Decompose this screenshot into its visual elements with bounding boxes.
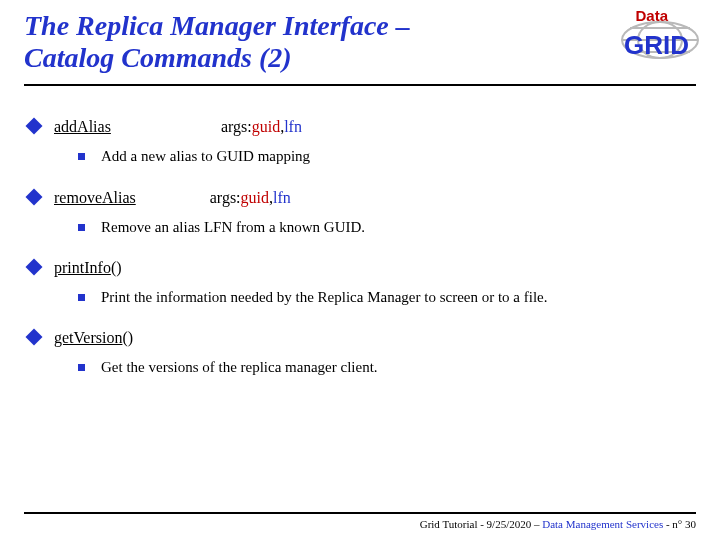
bullet-square-icon [78,153,85,160]
cmd-name: addAlias [54,118,111,136]
item-desc: Remove an alias LFN from a known GUID. [101,217,661,237]
datagrid-logo-svg: Data GRID [602,8,702,60]
item-head: addAlias args: guid, lfn [28,114,692,136]
cmd-suffix: () [122,329,133,347]
arg-guid: guid [241,189,269,207]
cmd-suffix: () [111,259,122,277]
item-desc-row: Remove an alias LFN from a known GUID. [78,217,692,237]
bullet-diamond-icon [26,329,43,346]
footer-dms: Data Management Services [542,518,663,530]
bullet-square-icon [78,294,85,301]
cmd-name: removeAlias [54,189,136,207]
bullet-square-icon [78,364,85,371]
item-desc: Print the information needed by the Repl… [101,287,661,307]
bullet-diamond-icon [26,188,43,205]
arg-lfn: lfn [273,189,291,207]
body: addAlias args: guid, lfn Add a new alias… [0,86,720,377]
item-head: removeAlias args: guid, lfn [28,185,692,207]
item-desc-row: Add a new alias to GUID mapping [78,146,692,166]
footer-tail: - n° 30 [663,518,696,530]
item-head: getVersion() [28,325,692,347]
slide-title-line1: The Replica Manager Interface – [24,10,696,42]
footer: Grid Tutorial - 9/25/2020 – Data Managem… [0,512,720,530]
footer-line: Grid Tutorial - 9/25/2020 – Data Managem… [24,518,696,530]
cmd-name: getVersion [54,329,122,347]
arg-guid: guid [252,118,280,136]
bullet-diamond-icon [26,118,43,135]
footer-lead: Grid Tutorial - 9/25/2020 – [420,518,543,530]
footer-rule [24,512,696,514]
slide: Data GRID The Replica Manager Interface … [0,0,720,540]
datagrid-logo: Data GRID [602,8,702,60]
logo-text-grid: GRID [624,30,689,60]
args-label: args: [221,118,252,136]
arg-lfn: lfn [284,118,302,136]
item-desc-row: Print the information needed by the Repl… [78,287,692,307]
item-desc-row: Get the versions of the replica manager … [78,357,692,377]
item-desc: Add a new alias to GUID mapping [101,146,661,166]
item-removealias: removeAlias args: guid, lfn Remove an al… [28,185,692,237]
logo-text-data: Data [635,8,668,24]
slide-title-line2: Catalog Commands (2) [24,42,696,74]
bullet-diamond-icon [26,258,43,275]
item-printinfo: printInfo() Print the information needed… [28,255,692,307]
cmd-name: printInfo [54,259,111,277]
item-desc: Get the versions of the replica manager … [101,357,661,377]
item-addalias: addAlias args: guid, lfn Add a new alias… [28,114,692,166]
bullet-square-icon [78,224,85,231]
item-head: printInfo() [28,255,692,277]
item-getversion: getVersion() Get the versions of the rep… [28,325,692,377]
args-label: args: [210,189,241,207]
